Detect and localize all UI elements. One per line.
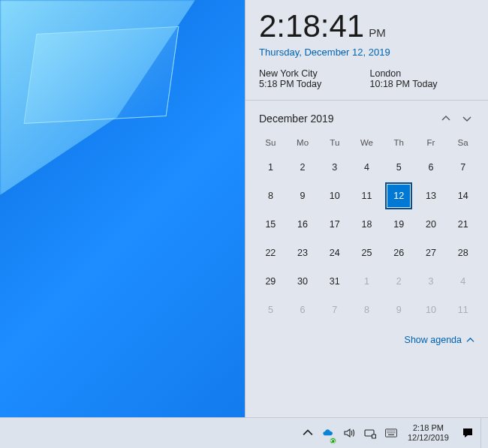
notification-icon: [462, 427, 474, 439]
tray-overflow-button[interactable]: [298, 418, 318, 448]
calendar-day[interactable]: 3: [415, 267, 447, 296]
calendar-day[interactable]: 23: [287, 239, 319, 267]
keyboard-icon: [385, 427, 397, 439]
clock-calendar-flyout: 2:18:41PM Thursday, December 12, 2019 Ne…: [245, 0, 488, 417]
svg-rect-3: [387, 431, 387, 431]
calendar-day[interactable]: 7: [447, 153, 479, 182]
ethernet-icon: [364, 427, 376, 439]
calendar-day[interactable]: 7: [318, 296, 351, 324]
calendar-day[interactable]: 21: [447, 210, 479, 239]
svg-rect-14: [394, 432, 395, 433]
calendar-day[interactable]: 2: [287, 153, 319, 182]
calendar-day[interactable]: 1: [351, 267, 383, 296]
svg-rect-15: [388, 434, 394, 435]
time-ampm: PM: [369, 26, 386, 39]
world-clock-time: 5:18 PM Today: [259, 79, 364, 89]
wallpaper-shape: [24, 26, 179, 124]
action-center-button[interactable]: [455, 418, 480, 448]
calendar-day[interactable]: 18: [351, 210, 383, 239]
calendar-day[interactable]: 16: [287, 210, 319, 239]
taskbar-clock[interactable]: 2:18 PM 12/12/2019: [402, 418, 455, 448]
calendar-day[interactable]: 13: [415, 182, 447, 210]
current-date-link[interactable]: Thursday, December 12, 2019: [259, 47, 474, 58]
calendar-dow-label: Sa: [447, 134, 479, 153]
calendar-day[interactable]: 27: [415, 239, 447, 267]
input-indicator-tray-icon[interactable]: [381, 418, 402, 448]
calendar-dow-label: Fr: [415, 134, 447, 153]
svg-rect-6: [391, 431, 392, 431]
taskbar-clock-time: 2:18 PM: [413, 423, 444, 433]
calendar-day[interactable]: 6: [415, 153, 447, 182]
clock-section: 2:18:41PM Thursday, December 12, 2019: [246, 0, 488, 65]
calendar-dow-label: Su: [255, 134, 287, 153]
calendar-day[interactable]: 12: [383, 182, 415, 210]
calendar-day[interactable]: 17: [318, 210, 351, 239]
svg-rect-7: [393, 431, 393, 431]
calendar-month-title[interactable]: December 2019: [259, 113, 435, 125]
calendar-day[interactable]: 9: [287, 182, 319, 210]
calendar-day[interactable]: 5: [255, 296, 287, 324]
calendar-day[interactable]: 4: [447, 267, 479, 296]
calendar-day[interactable]: 8: [255, 182, 287, 210]
calendar-day[interactable]: 4: [351, 153, 383, 182]
calendar-day[interactable]: 25: [351, 239, 383, 267]
show-agenda-toggle[interactable]: Show agenda: [246, 329, 488, 354]
calendar-day[interactable]: 10: [318, 182, 351, 210]
calendar-next-button[interactable]: [456, 110, 477, 128]
calendar-day[interactable]: 8: [351, 296, 383, 324]
calendar-prev-button[interactable]: [435, 110, 456, 128]
volume-tray-icon[interactable]: [339, 418, 360, 448]
sync-badge-icon: [330, 437, 336, 444]
world-clock-city: New York City: [259, 68, 364, 79]
calendar-day[interactable]: 20: [415, 210, 447, 239]
chevron-up-icon: [466, 336, 474, 344]
calendar-day[interactable]: 10: [415, 296, 447, 324]
calendar-day[interactable]: 11: [447, 296, 479, 324]
show-agenda-label: Show agenda: [405, 335, 462, 345]
world-clock-item[interactable]: New York City 5:18 PM Today: [259, 68, 364, 89]
chevron-up-icon: [441, 114, 450, 123]
svg-rect-4: [388, 431, 389, 431]
svg-rect-12: [391, 432, 392, 433]
svg-rect-8: [394, 431, 395, 431]
world-clock-city: London: [370, 68, 475, 79]
calendar-day[interactable]: 30: [287, 267, 319, 296]
calendar-day[interactable]: 22: [255, 239, 287, 267]
calendar-day[interactable]: 26: [383, 239, 415, 267]
calendar-day[interactable]: 24: [318, 239, 351, 267]
taskbar: 2:18 PM 12/12/2019: [0, 417, 488, 448]
calendar-day[interactable]: 14: [447, 182, 479, 210]
world-clock-item[interactable]: London 10:18 PM Today: [370, 68, 475, 89]
calendar-dow-label: We: [351, 134, 383, 153]
calendar-day[interactable]: 11: [351, 182, 383, 210]
calendar-day[interactable]: 31: [318, 267, 351, 296]
time-value: 2:18:41: [259, 8, 364, 44]
calendar-day[interactable]: 15: [255, 210, 287, 239]
calendar-dow-label: Tu: [318, 134, 351, 153]
svg-rect-11: [390, 432, 390, 433]
current-time: 2:18:41PM: [259, 11, 474, 42]
calendar-day[interactable]: 29: [255, 267, 287, 296]
calendar-day[interactable]: 1: [255, 153, 287, 182]
calendar-day[interactable]: 5: [383, 153, 415, 182]
chevron-up-icon: [303, 428, 313, 438]
svg-rect-1: [372, 434, 375, 438]
network-tray-icon[interactable]: [360, 418, 381, 448]
calendar-day[interactable]: 6: [287, 296, 319, 324]
calendar-dow-label: Th: [383, 134, 415, 153]
speaker-icon: [343, 427, 355, 439]
calendar-dow-label: Mo: [287, 134, 319, 153]
world-clock-time: 10:18 PM Today: [370, 79, 475, 89]
svg-rect-13: [393, 432, 393, 433]
svg-rect-5: [390, 431, 390, 431]
calendar-day[interactable]: 2: [383, 267, 415, 296]
onedrive-tray-icon[interactable]: [318, 418, 339, 448]
show-desktop-button[interactable]: [480, 418, 485, 448]
calendar-day[interactable]: 19: [383, 210, 415, 239]
calendar-day[interactable]: 28: [447, 239, 479, 267]
calendar-day[interactable]: 3: [318, 153, 351, 182]
svg-rect-10: [388, 432, 389, 433]
calendar-header: December 2019: [246, 101, 488, 134]
taskbar-clock-date: 12/12/2019: [408, 433, 449, 443]
calendar-day[interactable]: 9: [383, 296, 415, 324]
